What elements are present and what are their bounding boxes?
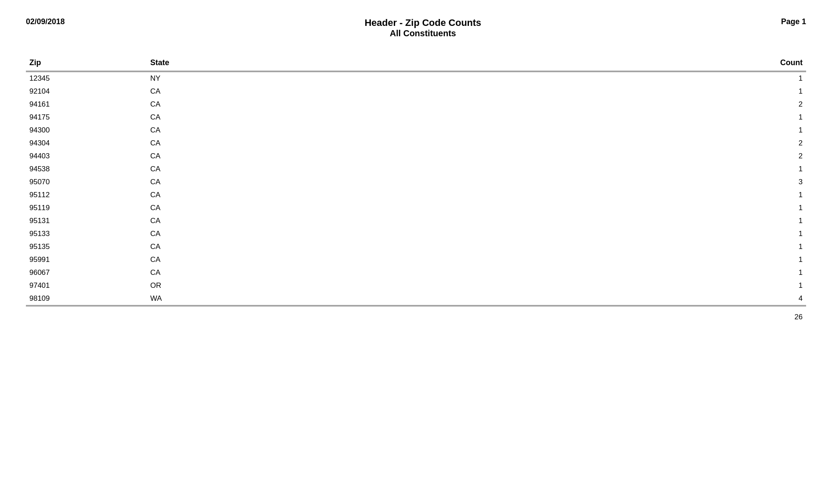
cell-state: CA	[147, 85, 268, 98]
report-date: 02/09/2018	[26, 17, 65, 26]
cell-count: 1	[268, 202, 806, 214]
cell-count: 3	[268, 176, 806, 189]
col-header-state: State	[147, 56, 268, 72]
cell-zip: 94300	[26, 124, 147, 137]
cell-zip: 94403	[26, 150, 147, 163]
cell-zip: 92104	[26, 85, 147, 98]
cell-state: WA	[147, 292, 268, 306]
cell-zip: 97401	[26, 279, 147, 292]
table-row: 94538CA1	[26, 163, 806, 176]
table-row: 94161CA2	[26, 98, 806, 111]
cell-zip: 95119	[26, 202, 147, 214]
cell-state: CA	[147, 227, 268, 240]
cell-state: CA	[147, 189, 268, 202]
cell-zip: 95991	[26, 253, 147, 266]
table-row: 95991CA1	[26, 253, 806, 266]
cell-count: 1	[268, 240, 806, 253]
col-header-zip: Zip	[26, 56, 147, 72]
table-row: 12345NY1	[26, 72, 806, 85]
cell-state: CA	[147, 240, 268, 253]
total-empty-state	[147, 306, 268, 311]
report-title: Header - Zip Code Counts All Constituent…	[65, 17, 781, 38]
cell-count: 1	[268, 279, 806, 292]
col-header-count: Count	[268, 56, 806, 72]
total-divider-row	[26, 306, 806, 311]
table-row: 94300CA1	[26, 124, 806, 137]
cell-count: 1	[268, 111, 806, 124]
cell-state: CA	[147, 111, 268, 124]
table-row: 95112CA1	[26, 189, 806, 202]
table-row: 95135CA1	[26, 240, 806, 253]
cell-count: 2	[268, 150, 806, 163]
cell-count: 1	[268, 163, 806, 176]
table-row: 94304CA2	[26, 137, 806, 150]
cell-count: 1	[268, 189, 806, 202]
total-border-cell	[268, 306, 806, 311]
cell-zip: 94175	[26, 111, 147, 124]
grand-total-value: 26	[268, 311, 806, 324]
cell-zip: 95112	[26, 189, 147, 202]
cell-zip: 12345	[26, 72, 147, 85]
table-row: 94403CA2	[26, 150, 806, 163]
cell-zip: 94538	[26, 163, 147, 176]
report-title-sub: All Constituents	[65, 28, 781, 38]
page-header: 02/09/2018 Header - Zip Code Counts All …	[26, 17, 806, 38]
grand-total-empty-zip	[26, 311, 147, 324]
table-row: 96067CA1	[26, 266, 806, 279]
grand-total-row: 26	[26, 311, 806, 324]
cell-count: 4	[268, 292, 806, 306]
cell-state: OR	[147, 279, 268, 292]
cell-zip: 98109	[26, 292, 147, 306]
cell-count: 1	[268, 214, 806, 227]
cell-state: NY	[147, 72, 268, 85]
cell-state: CA	[147, 150, 268, 163]
report-title-main: Header - Zip Code Counts	[65, 17, 781, 28]
cell-count: 1	[268, 253, 806, 266]
cell-zip: 95133	[26, 227, 147, 240]
cell-state: CA	[147, 176, 268, 189]
cell-state: CA	[147, 266, 268, 279]
table-row: 92104CA1	[26, 85, 806, 98]
cell-count: 1	[268, 85, 806, 98]
cell-state: CA	[147, 202, 268, 214]
cell-state: CA	[147, 253, 268, 266]
zip-count-table: Zip State Count 12345NY192104CA194161CA2…	[26, 56, 806, 324]
cell-count: 1	[268, 227, 806, 240]
cell-state: CA	[147, 163, 268, 176]
cell-count: 2	[268, 137, 806, 150]
table-row: 97401OR1	[26, 279, 806, 292]
cell-zip: 94161	[26, 98, 147, 111]
cell-state: CA	[147, 137, 268, 150]
cell-state: CA	[147, 214, 268, 227]
table-row: 95070CA3	[26, 176, 806, 189]
page-number: Page 1	[781, 17, 806, 26]
table-row: 98109WA4	[26, 292, 806, 306]
cell-zip: 96067	[26, 266, 147, 279]
cell-zip: 95131	[26, 214, 147, 227]
cell-state: CA	[147, 98, 268, 111]
table-row: 94175CA1	[26, 111, 806, 124]
cell-count: 1	[268, 266, 806, 279]
grand-total-empty-state	[147, 311, 268, 324]
cell-zip: 95135	[26, 240, 147, 253]
cell-count: 1	[268, 124, 806, 137]
cell-count: 1	[268, 72, 806, 85]
cell-zip: 95070	[26, 176, 147, 189]
cell-state: CA	[147, 124, 268, 137]
total-empty-zip	[26, 306, 147, 311]
table-row: 95119CA1	[26, 202, 806, 214]
cell-count: 2	[268, 98, 806, 111]
table-row: 95133CA1	[26, 227, 806, 240]
cell-zip: 94304	[26, 137, 147, 150]
table-row: 95131CA1	[26, 214, 806, 227]
